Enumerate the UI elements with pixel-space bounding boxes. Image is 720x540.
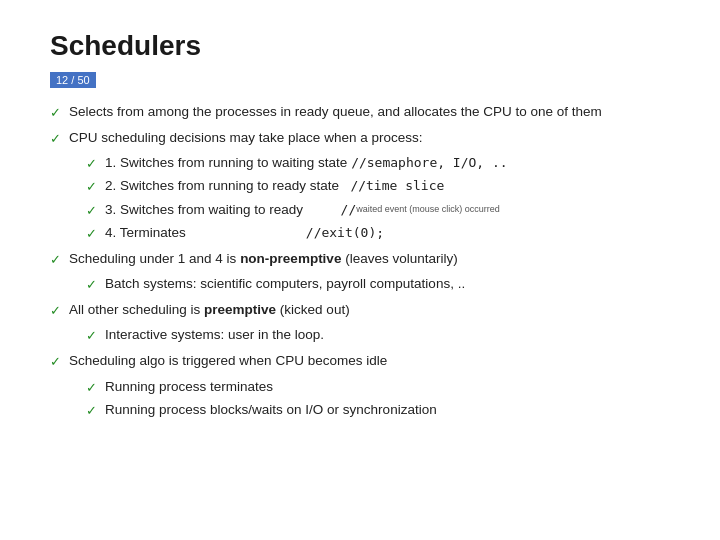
bullet-text: CPU scheduling decisions may take place … <box>69 128 670 149</box>
slide-title: Schedulers <box>50 30 670 62</box>
checkmark-icon: ✓ <box>86 401 97 421</box>
bullet-text: Interactive systems: user in the loop. <box>105 325 670 346</box>
list-item: ✓ Running process blocks/waits on I/O or… <box>86 400 670 421</box>
bullet-text: Selects from among the processes in read… <box>69 102 670 123</box>
code-text: //semaphore, I/O, .. <box>351 155 508 170</box>
code-text: //exit(0); <box>306 225 384 240</box>
checkmark-icon: ✓ <box>86 154 97 174</box>
checkmark-icon: ✓ <box>86 326 97 346</box>
bullet-group-2: ✓ CPU scheduling decisions may take plac… <box>50 128 670 244</box>
bullet-group-1: ✓ Selects from among the processes in re… <box>50 102 670 123</box>
checkmark-icon: ✓ <box>86 201 97 221</box>
bullet-text: Batch systems: scientific computers, pay… <box>105 274 670 295</box>
list-item: ✓ CPU scheduling decisions may take plac… <box>50 128 670 149</box>
checkmark-icon: ✓ <box>86 224 97 244</box>
list-item: ✓ 3. Switches from waiting to ready //wa… <box>86 200 670 221</box>
bullet-text: 4. Terminates //exit(0); <box>105 223 670 244</box>
checkmark-icon: ✓ <box>50 129 61 149</box>
bullet-text: All other scheduling is preemptive (kick… <box>69 300 670 321</box>
slide: Schedulers 12 / 50 ✓ Selects from among … <box>0 0 720 540</box>
list-item: ✓ Selects from among the processes in re… <box>50 102 670 123</box>
list-item: ✓ All other scheduling is preemptive (ki… <box>50 300 670 321</box>
checkmark-icon: ✓ <box>50 103 61 123</box>
checkmark-icon: ✓ <box>86 275 97 295</box>
bullet-group-5: ✓ Scheduling algo is triggered when CPU … <box>50 351 670 420</box>
list-item: ✓ Interactive systems: user in the loop. <box>86 325 670 346</box>
list-item: ✓ Scheduling under 1 and 4 is non-preemp… <box>50 249 670 270</box>
bullet-text: 1. Switches from running to waiting stat… <box>105 153 670 174</box>
checkmark-icon: ✓ <box>86 177 97 197</box>
list-item: ✓ 4. Terminates //exit(0); <box>86 223 670 244</box>
checkmark-icon: ✓ <box>50 352 61 372</box>
checkmark-icon: ✓ <box>50 250 61 270</box>
checkmark-icon: ✓ <box>50 301 61 321</box>
bullet-text: Scheduling algo is triggered when CPU be… <box>69 351 670 372</box>
list-item: ✓ Running process terminates <box>86 377 670 398</box>
bullet-text: 2. Switches from running to ready state … <box>105 176 670 197</box>
slide-number: 12 / 50 <box>50 72 96 88</box>
bullet-text: Running process blocks/waits on I/O or s… <box>105 400 670 421</box>
bold-text: preemptive <box>204 302 276 317</box>
list-item: ✓ 2. Switches from running to ready stat… <box>86 176 670 197</box>
bold-text: non-preemptive <box>240 251 341 266</box>
bullet-text: Running process terminates <box>105 377 670 398</box>
list-item: ✓ 1. Switches from running to waiting st… <box>86 153 670 174</box>
bullet-text: 3. Switches from waiting to ready //wait… <box>105 200 670 221</box>
list-item: ✓ Batch systems: scientific computers, p… <box>86 274 670 295</box>
slide-content: ✓ Selects from among the processes in re… <box>50 102 670 421</box>
checkmark-icon: ✓ <box>86 378 97 398</box>
bullet-group-4: ✓ All other scheduling is preemptive (ki… <box>50 300 670 346</box>
bullet-group-3: ✓ Scheduling under 1 and 4 is non-preemp… <box>50 249 670 295</box>
small-note-text: waited event (mouse click) occurred <box>356 204 500 214</box>
code-text: //time slice <box>350 178 444 193</box>
bullet-text: Scheduling under 1 and 4 is non-preempti… <box>69 249 670 270</box>
code-text: // <box>341 202 357 217</box>
list-item: ✓ Scheduling algo is triggered when CPU … <box>50 351 670 372</box>
